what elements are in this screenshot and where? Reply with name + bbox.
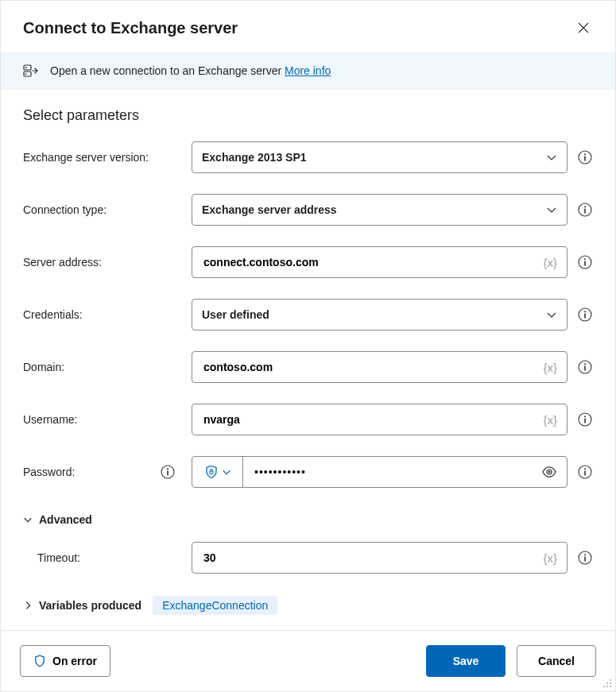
banner-text: Open a new connection to an Exchange ser…	[50, 64, 331, 77]
chevron-down-icon	[222, 467, 231, 477]
svg-point-20	[584, 416, 586, 417]
variable-token-icon[interactable]: {x}	[538, 551, 557, 565]
svg-rect-30	[584, 471, 586, 476]
row-credentials: Credentials: User defined	[23, 299, 593, 331]
timeout-field[interactable]	[202, 551, 538, 565]
variable-token-icon[interactable]: {x}	[538, 256, 557, 269]
close-button[interactable]	[571, 15, 596, 41]
server-connect-icon	[23, 63, 39, 79]
svg-rect-9	[584, 209, 586, 214]
row-domain: Domain: {x}	[23, 351, 593, 383]
row-username: Username: {x}	[23, 404, 593, 435]
section-title: Select parameters	[23, 107, 593, 124]
info-username[interactable]	[577, 412, 593, 427]
input-timeout[interactable]: {x}	[192, 542, 568, 574]
svg-point-3	[25, 73, 27, 75]
info-timeout[interactable]	[577, 550, 593, 566]
variables-produced-label: Variables produced	[39, 599, 141, 612]
label-connection-type: Connection type:	[23, 203, 182, 216]
select-exchange-version-value: Exchange 2013 SP1	[202, 151, 307, 164]
dialog-footer: On error Save Cancel	[1, 630, 615, 691]
info-password[interactable]	[577, 464, 593, 480]
variable-pill[interactable]: ExchangeConnection	[153, 596, 277, 615]
info-exchange-version[interactable]	[577, 149, 593, 165]
select-exchange-version[interactable]: Exchange 2013 SP1	[192, 141, 568, 173]
chevron-down-icon	[546, 204, 557, 215]
row-exchange-version: Exchange server version: Exchange 2013 S…	[23, 141, 593, 173]
chevron-right-icon	[23, 601, 33, 610]
shield-outline-icon	[33, 655, 46, 667]
label-timeout: Timeout:	[37, 551, 182, 564]
svg-point-32	[584, 554, 586, 555]
save-button[interactable]: Save	[426, 645, 506, 677]
on-error-label: On error	[52, 655, 97, 667]
password-control	[192, 456, 568, 488]
svg-point-8	[584, 206, 586, 207]
dialog-content: Select parameters Exchange server versio…	[1, 90, 615, 630]
input-domain[interactable]: {x}	[192, 351, 568, 383]
banner-main-text: Open a new connection to an Exchange ser…	[50, 64, 281, 77]
label-domain: Domain:	[23, 361, 182, 373]
svg-rect-25	[210, 471, 213, 474]
svg-rect-18	[584, 366, 586, 371]
row-connection-type: Connection type: Exchange server address	[23, 194, 593, 226]
svg-point-5	[584, 153, 586, 155]
svg-point-27	[548, 471, 551, 474]
advanced-expander[interactable]: Advanced	[23, 508, 593, 531]
close-icon	[578, 22, 589, 33]
label-password-text: Password:	[23, 466, 75, 478]
svg-point-14	[584, 311, 586, 312]
svg-point-29	[584, 468, 586, 470]
info-banner: Open a new connection to an Exchange ser…	[1, 52, 615, 90]
password-shield-dropdown[interactable]	[192, 457, 243, 487]
save-label: Save	[453, 655, 479, 667]
info-password-sensitive[interactable]	[160, 464, 176, 480]
on-error-button[interactable]: On error	[20, 645, 110, 677]
domain-field[interactable]	[202, 360, 538, 374]
svg-rect-24	[167, 471, 169, 476]
select-connection-type[interactable]: Exchange server address	[192, 194, 568, 226]
chevron-down-icon	[546, 152, 557, 163]
row-password: Password:	[23, 456, 593, 488]
svg-point-2	[25, 67, 27, 68]
svg-rect-6	[584, 157, 586, 161]
label-server-address: Server address:	[23, 256, 182, 269]
select-credentials-value: User defined	[202, 308, 269, 321]
select-credentials[interactable]: User defined	[192, 299, 568, 331]
dialog: Connect to Exchange server Open a new co…	[0, 0, 616, 692]
select-connection-type-value: Exchange server address	[202, 203, 337, 216]
chevron-down-icon	[546, 309, 557, 320]
cancel-label: Cancel	[538, 655, 575, 667]
svg-rect-21	[584, 419, 586, 423]
variable-token-icon[interactable]: {x}	[538, 361, 557, 374]
info-connection-type[interactable]	[577, 202, 593, 218]
username-field[interactable]	[202, 412, 538, 427]
row-server-address: Server address: {x}	[23, 246, 593, 278]
password-field[interactable]	[253, 465, 522, 479]
svg-rect-0	[24, 65, 31, 70]
label-exchange-version: Exchange server version:	[23, 151, 182, 164]
more-info-link[interactable]: More info	[285, 64, 331, 77]
svg-point-17	[584, 363, 586, 365]
variables-produced-row: Variables produced ExchangeConnection	[23, 594, 593, 617]
server-address-field[interactable]	[202, 255, 538, 269]
password-reveal-button[interactable]	[532, 464, 567, 480]
svg-rect-15	[584, 314, 586, 319]
dialog-title: Connect to Exchange server	[23, 19, 238, 37]
advanced-label: Advanced	[39, 513, 92, 526]
cancel-button[interactable]: Cancel	[517, 645, 596, 677]
chevron-down-icon	[23, 515, 33, 524]
eye-icon	[541, 464, 557, 480]
svg-point-11	[584, 258, 586, 260]
info-credentials[interactable]	[577, 307, 593, 323]
svg-rect-12	[584, 261, 586, 266]
variable-token-icon[interactable]: {x}	[538, 413, 557, 427]
svg-rect-33	[584, 557, 586, 562]
variables-produced-expander[interactable]: Variables produced	[23, 594, 141, 617]
label-credentials: Credentials:	[23, 308, 182, 321]
shield-lock-icon	[204, 465, 219, 479]
info-server-address[interactable]	[577, 254, 593, 270]
input-username[interactable]: {x}	[192, 404, 568, 435]
info-domain[interactable]	[577, 359, 593, 375]
input-server-address[interactable]: {x}	[192, 246, 568, 278]
